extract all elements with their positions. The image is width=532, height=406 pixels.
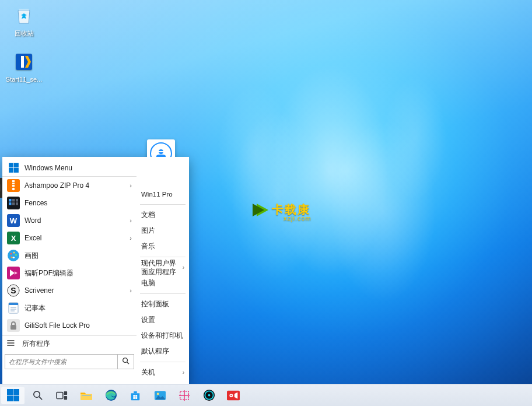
- scrivener-icon: S: [7, 284, 20, 297]
- svg-point-23: [10, 253, 12, 254]
- taskbar-gallery-button[interactable]: [148, 387, 172, 404]
- svg-line-41: [127, 362, 130, 365]
- taskbar-start-button[interactable]: [1, 387, 24, 404]
- taskbar-explorer-button[interactable]: [75, 387, 98, 404]
- svg-rect-17: [16, 202, 18, 205]
- desktop-icon-start11[interactable]: Start11_se...: [4, 50, 44, 83]
- start-search: [5, 354, 134, 369]
- svg-text:X: X: [11, 234, 16, 243]
- search-button[interactable]: [117, 355, 134, 369]
- chevron-right-icon: ›: [130, 235, 132, 242]
- link-documents[interactable]: 文档: [140, 207, 186, 223]
- taskbar-edge-button[interactable]: [99, 387, 123, 404]
- power-button[interactable]: 关机›: [140, 365, 186, 380]
- groove-icon: [203, 389, 215, 401]
- link-devices[interactable]: 设备和打印机: [140, 328, 186, 344]
- desktop-icon-recycle-bin[interactable]: 回收站: [4, 4, 44, 38]
- user-name-label: Win11 Pro: [141, 191, 173, 198]
- link-modern-apps[interactable]: 现代用户界面应用程序›: [140, 260, 186, 275]
- link-label: 控制面板: [141, 300, 169, 309]
- app-item-fences[interactable]: Fences: [2, 194, 136, 212]
- search-input[interactable]: [5, 355, 117, 369]
- svg-rect-51: [133, 397, 135, 398]
- start-menu: Windows Menu Ashampoo ZIP Pro 4›FencesWW…: [2, 157, 189, 384]
- svg-rect-45: [64, 391, 67, 394]
- svg-point-42: [33, 391, 39, 397]
- search-icon: [122, 357, 130, 365]
- app-item-notepad[interactable]: 记事本: [2, 299, 136, 317]
- app-item-scrivener[interactable]: SScrivener›: [2, 282, 136, 299]
- chevron-right-icon: ›: [130, 182, 132, 189]
- chevron-right-icon: ›: [183, 369, 184, 376]
- link-music[interactable]: 音乐: [140, 239, 186, 254]
- svg-point-39: [7, 345, 8, 346]
- recorder-icon: [227, 390, 240, 401]
- recycle-bin-icon: [12, 4, 36, 27]
- snip-icon: [178, 390, 190, 401]
- chevron-right-icon: ›: [183, 264, 184, 271]
- svg-rect-9: [12, 185, 15, 187]
- all-programs-label: 所有程序: [22, 339, 50, 349]
- svg-rect-16: [16, 199, 18, 202]
- excel-icon: X: [7, 232, 20, 244]
- link-label: 设备和打印机: [141, 331, 183, 340]
- link-pictures[interactable]: 图片: [140, 223, 186, 239]
- svg-point-60: [208, 394, 210, 397]
- link-computer[interactable]: 电脑: [140, 275, 186, 291]
- link-label: 图片: [141, 226, 155, 235]
- link-control-panel[interactable]: 控制面板: [140, 296, 186, 312]
- app-label: Excel: [24, 234, 41, 242]
- link-settings[interactable]: 设置: [140, 312, 186, 328]
- app-item-lock[interactable]: GiliSoft File Lock Pro: [2, 317, 136, 334]
- all-programs-icon: [7, 339, 18, 349]
- taskbar-snip-button[interactable]: [173, 387, 196, 404]
- taskbar-search-button[interactable]: [26, 387, 49, 404]
- chevron-right-icon: ›: [130, 217, 132, 224]
- app-label: GiliSoft File Lock Pro: [24, 321, 90, 330]
- svg-point-40: [123, 358, 128, 363]
- windows-logo-icon: [7, 389, 19, 401]
- svg-point-63: [230, 394, 232, 396]
- svg-rect-8: [12, 183, 15, 184]
- paint-icon: [7, 249, 20, 262]
- svg-line-43: [39, 397, 41, 399]
- notepad-icon: [7, 302, 20, 314]
- svg-rect-46: [64, 396, 67, 399]
- svg-rect-44: [57, 392, 63, 398]
- svg-text:W: W: [10, 216, 18, 225]
- svg-point-10: [12, 188, 15, 191]
- start-menu-header[interactable]: Windows Menu: [2, 159, 136, 177]
- svg-text:S: S: [10, 286, 16, 295]
- user-name-link[interactable]: Win11 Pro: [140, 186, 186, 202]
- desktop: 回收站 Start11_se... 卡载康 xzji.com Windows: [0, 0, 532, 406]
- lock-icon: [7, 319, 20, 332]
- app-item-foxit[interactable]: 福昕PDF编辑器: [2, 264, 136, 282]
- link-label: 音乐: [141, 242, 155, 251]
- app-item-excel[interactable]: XExcel›: [2, 229, 136, 247]
- app-item-zip[interactable]: Ashampoo ZIP Pro 4›: [2, 177, 136, 194]
- app-item-paint[interactable]: 画图: [2, 247, 136, 264]
- svg-rect-50: [135, 395, 137, 397]
- start-menu-left-column: Windows Menu Ashampoo ZIP Pro 4›FencesWW…: [2, 157, 136, 384]
- svg-rect-13: [9, 202, 12, 205]
- start11-installer-icon: [12, 50, 36, 74]
- taskbar-taskview-button[interactable]: [50, 387, 74, 404]
- svg-rect-7: [12, 180, 15, 182]
- svg-point-26: [10, 256, 12, 258]
- link-label: 电脑: [141, 279, 155, 288]
- taskbar-store-button[interactable]: [124, 387, 147, 404]
- svg-rect-31: [9, 303, 18, 305]
- search-icon: [32, 390, 43, 401]
- app-item-word[interactable]: WWord›: [2, 212, 136, 229]
- taskbar-groove-button[interactable]: [197, 387, 220, 404]
- all-programs[interactable]: 所有程序: [2, 335, 136, 352]
- svg-rect-61: [227, 390, 240, 400]
- watermark: 卡载康 xzji.com: [257, 202, 310, 218]
- app-label: 福昕PDF编辑器: [24, 268, 74, 278]
- desktop-icon-label: Start11_se...: [6, 76, 42, 83]
- watermark-url: xzji.com: [284, 215, 312, 222]
- taskbar-recorder-button[interactable]: [222, 387, 245, 404]
- link-default-programs[interactable]: 默认程序: [140, 344, 186, 359]
- link-label: 现代用户界面应用程序: [141, 259, 183, 276]
- edge-icon: [105, 389, 117, 401]
